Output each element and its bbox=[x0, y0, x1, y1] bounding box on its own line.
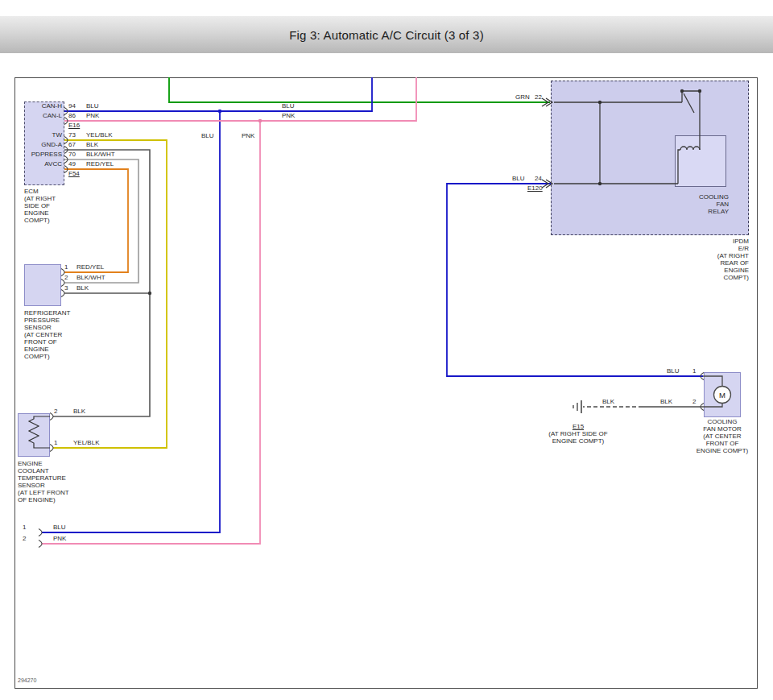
ipdm-er-label: IPDM E/R (AT RIGHT REAR OF ENGINE COMPT) bbox=[688, 238, 749, 281]
wire-color-label: PNK bbox=[242, 132, 254, 139]
ecm-pin-number: 67 bbox=[68, 141, 76, 148]
wire-color-label: PNK bbox=[282, 112, 295, 119]
wire-color-label: BLK bbox=[602, 398, 614, 405]
ground-location: (AT RIGHT SIDE OF ENGINE COMPT) bbox=[538, 430, 618, 445]
pressure-sensor-label: REFRIGERANT PRESSURE SENSOR (AT CENTER F… bbox=[24, 309, 74, 360]
wire-color-label: BLU bbox=[512, 175, 525, 182]
motor-pin-number: 2 bbox=[692, 398, 696, 405]
blu-junction-dot bbox=[218, 110, 222, 114]
ecm-pin-number: 70 bbox=[68, 151, 76, 158]
ecm-pin-name: GND-A bbox=[25, 141, 62, 148]
cooling-fan-relay-label: COOLING FAN RELAY bbox=[672, 193, 729, 215]
diagram-page: Fig 3: Automatic A/C Circuit (3 of 3) bbox=[0, 0, 773, 700]
sensor-pin-number: 3 bbox=[64, 284, 68, 292]
sensor-pin-number: 1 bbox=[54, 439, 57, 446]
wire-color-label: PNK bbox=[53, 535, 66, 542]
blu-fan-wire bbox=[447, 184, 703, 376]
wire-color-label: BLK bbox=[86, 141, 98, 148]
ecm-connector-id: E16 bbox=[68, 122, 80, 129]
connector-pin-number: 2 bbox=[23, 535, 26, 542]
motor-letter: M bbox=[719, 391, 725, 400]
grn-wire bbox=[169, 77, 550, 102]
ipdm-pin-number: 24 bbox=[535, 175, 542, 182]
figure-number: 294270 bbox=[18, 677, 36, 684]
sensor-pin-number: 1 bbox=[64, 263, 68, 271]
ecm-pin-name: TW bbox=[25, 131, 62, 139]
wire-color-label: BLU bbox=[667, 367, 680, 375]
wiring-svg: M bbox=[0, 0, 773, 700]
wire-color-label: BLK bbox=[660, 398, 672, 405]
ground-symbol-e15 bbox=[573, 400, 581, 413]
wire-color-label: BLK/WHT bbox=[86, 151, 115, 158]
wire-color-label: BLK bbox=[76, 284, 89, 292]
sensor-pin-number: 2 bbox=[64, 274, 68, 281]
wire-color-label: BLU bbox=[282, 102, 295, 110]
coolant-sensor-label: ENGINE COOLANT TEMPERATURE SENSOR (AT LE… bbox=[18, 460, 74, 503]
wire-color-label: YEL/BLK bbox=[73, 439, 99, 446]
ecm-pin-name: CAN-H bbox=[25, 102, 62, 110]
ecm-pin-number: 86 bbox=[68, 112, 76, 119]
ipdm-connector-id: E120 bbox=[527, 184, 543, 192]
ecm-connector-id: F54 bbox=[68, 170, 80, 177]
relay-junction-dots bbox=[598, 89, 701, 185]
ecm-pin-number: 73 bbox=[68, 131, 76, 139]
wire-color-label: BLU bbox=[53, 524, 66, 531]
ecm-pin-name: AVCC bbox=[25, 160, 62, 168]
connector-pin-number: 1 bbox=[23, 524, 26, 531]
wire-color-label: BLU bbox=[201, 132, 214, 139]
ecm-label: ECM (AT RIGHT SIDE OF ENGINE COMPT) bbox=[24, 188, 74, 224]
wire-color-label: BLK bbox=[73, 408, 85, 415]
ipdm-pin-number: 22 bbox=[535, 93, 542, 101]
motor-pin-number: 1 bbox=[692, 367, 696, 375]
wire-color-label: BLK/WHT bbox=[76, 274, 105, 281]
ecm-pin-number: 49 bbox=[68, 160, 76, 168]
ground-id: E15 bbox=[573, 423, 584, 430]
fan-motor-label: COOLING FAN MOTOR (AT CENTER FRONT OF EN… bbox=[683, 418, 762, 454]
thermistor-symbol bbox=[29, 416, 50, 448]
wire-color-label: YEL/BLK bbox=[86, 131, 112, 139]
wire-color-label: BLU bbox=[86, 102, 99, 110]
ground-e15-label: E15 (AT RIGHT SIDE OF ENGINE COMPT) bbox=[538, 416, 618, 452]
sensor-pin-number: 2 bbox=[54, 408, 57, 415]
ipdm-connector-chevrons bbox=[542, 98, 552, 188]
pnk-junction-dot bbox=[258, 119, 262, 123]
blk-junction-dot bbox=[148, 292, 151, 295]
ecm-pin-name: PDPRESS bbox=[25, 151, 62, 158]
wire-color-label: PNK bbox=[86, 112, 99, 119]
wire-color-label: RED/YEL bbox=[76, 263, 104, 271]
wire-color-label: GRN bbox=[515, 93, 530, 101]
wire-color-label: RED/YEL bbox=[86, 160, 114, 168]
ecm-pin-name: CAN-L bbox=[25, 112, 62, 119]
ecm-pin-number: 94 bbox=[68, 102, 76, 110]
relay-internal-wiring bbox=[554, 91, 700, 184]
